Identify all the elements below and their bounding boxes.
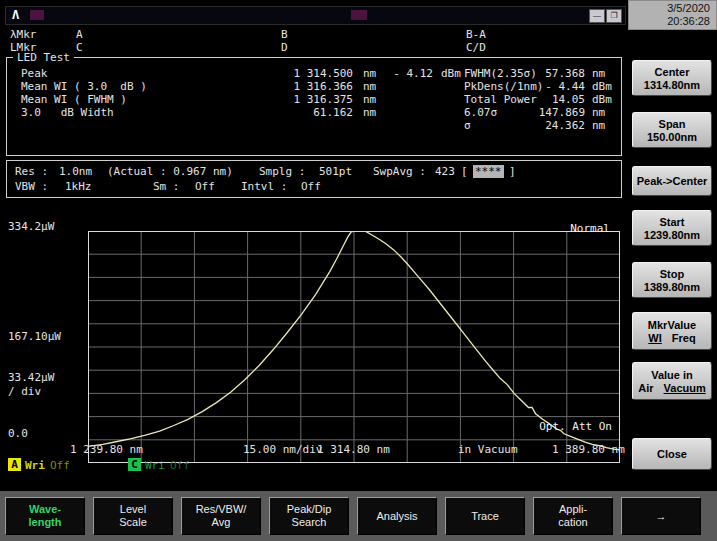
trace-c-state: Off xyxy=(170,459,190,472)
titlebar: Λ — ❐ xyxy=(5,6,626,25)
smooth-value: Off xyxy=(195,180,215,193)
sampling-value: 501pt xyxy=(319,165,352,178)
bracket: ] xyxy=(509,165,516,178)
softkey-label: Close xyxy=(633,448,711,460)
result-value: 1 316.375 xyxy=(247,93,353,106)
result-value: 147.869 xyxy=(499,106,585,119)
x-axis-label-medium: in Vacuum xyxy=(458,443,518,456)
fkey-label: Res/VBW/ xyxy=(196,503,247,516)
marker-a-label: A xyxy=(76,28,83,41)
fkey-label: Trace xyxy=(471,510,499,523)
sweep-average-value: 423 xyxy=(435,165,455,178)
datetime-display: 3/5/2020 20:36:28 xyxy=(628,0,717,30)
right-arrow-icon: → xyxy=(656,510,667,523)
softkey-label: Value in xyxy=(633,369,711,381)
softkey-label: Span xyxy=(633,118,711,130)
result-unit: nm xyxy=(592,119,605,132)
result-label: σ xyxy=(464,119,471,132)
wavelength-menu-button[interactable]: Wave- length xyxy=(5,497,85,535)
result-unit: dBm xyxy=(441,67,461,80)
value-in-option-air[interactable]: Air xyxy=(638,382,653,394)
wavelength-marker-label: λMkr xyxy=(10,28,37,41)
instrument-display: Λ — ❐ λMkr A B B-A LMkr C D C/D LED Test… xyxy=(0,0,628,490)
sweep-settings-box: Res : 1.0nm (Actual : 0.967 nm) Smplg : … xyxy=(6,160,622,198)
result-value: 61.162 xyxy=(247,106,353,119)
result-value: 1 316.366 xyxy=(247,80,353,93)
application-menu-button[interactable]: Appli- cation xyxy=(533,497,613,535)
center-button[interactable]: Center 1314.80nm xyxy=(632,60,712,96)
fkey-label: Appli- xyxy=(559,503,587,516)
marker-d-label: D xyxy=(281,41,288,54)
spectrum-plot-area: Normal Opt. Att On xyxy=(88,205,620,437)
close-button[interactable]: Close xyxy=(632,438,712,470)
res-value: 1.0nm xyxy=(59,165,92,178)
softkey-value: 1389.80nm xyxy=(633,281,711,293)
result-label: 6.07σ xyxy=(464,106,497,119)
result-unit: nm xyxy=(363,106,376,119)
trace-a-badge[interactable]: A xyxy=(8,458,21,471)
fkey-label: Analysis xyxy=(377,510,418,523)
optical-attenuator-status: Opt. Att On xyxy=(539,420,612,433)
res-label: Res : xyxy=(15,165,48,178)
more-menu-button[interactable]: → xyxy=(621,497,701,535)
marker-cd-label: C/D xyxy=(466,41,486,54)
result-label: Mean WI ( FWHM ) xyxy=(21,93,127,106)
fkey-label: Peak/Dip xyxy=(287,503,332,516)
peak-dip-search-menu-button[interactable]: Peak/Dip Search xyxy=(269,497,349,535)
result-label: Mean WI ( 3.0 dB ) xyxy=(21,80,147,93)
y-axis-label-per-div: 33.42μW xyxy=(8,371,54,384)
trace-c-write-mode: Wri xyxy=(145,459,165,472)
titlebar-accent xyxy=(30,10,44,20)
result-unit: dBm xyxy=(592,80,612,93)
fkey-label: cation xyxy=(558,516,587,529)
analysis-title: LED Test xyxy=(13,51,74,64)
trace-c-badge[interactable]: C xyxy=(128,458,141,471)
sweep-average-label: SwpAvg : xyxy=(373,165,426,178)
date-text: 3/5/2020 xyxy=(629,2,710,15)
result-value: 14.05 xyxy=(499,93,585,106)
y-axis-label-zero: 0.0 xyxy=(8,427,28,440)
level-scale-menu-button[interactable]: Level Scale xyxy=(93,497,173,535)
interval-value: Off xyxy=(301,180,321,193)
fkey-label: Avg xyxy=(212,516,231,529)
softkey-value: 150.00nm xyxy=(633,131,711,143)
result-unit: nm xyxy=(592,106,605,119)
vbw-value: 1kHz xyxy=(65,180,92,193)
x-axis-label-center: 1 314.80 nm xyxy=(317,443,390,456)
smooth-label: Sm : xyxy=(153,180,180,193)
marker-ba-label: B-A xyxy=(466,28,486,41)
result-unit: nm xyxy=(363,93,376,106)
result-value: - 4.44 xyxy=(499,80,585,93)
softkey-sidebar: Center 1314.80nm Span 150.00nm Peak->Cen… xyxy=(628,31,717,490)
marker-value-toggle[interactable]: MkrValue WI Freq xyxy=(632,312,712,350)
span-button[interactable]: Span 150.00nm xyxy=(632,112,712,148)
result-value: 24.362 xyxy=(499,119,585,132)
trace-menu-button[interactable]: Trace xyxy=(445,497,525,535)
result-label: Peak xyxy=(21,67,48,80)
x-axis-label-start: 1 239.80 nm xyxy=(70,443,143,456)
maximize-button[interactable]: ❐ xyxy=(606,9,622,23)
fkey-label: length xyxy=(29,516,62,529)
res-vbw-avg-menu-button[interactable]: Res/VBW/ Avg xyxy=(181,497,261,535)
softkey-label: Center xyxy=(633,66,711,78)
marker-c-label: C xyxy=(76,41,83,54)
value-in-toggle[interactable]: Value in Air Vacuum xyxy=(632,362,712,400)
start-button[interactable]: Start 1239.80nm xyxy=(632,210,712,246)
peak-to-center-button[interactable]: Peak->Center xyxy=(632,166,712,196)
softkey-label: Peak->Center xyxy=(633,175,711,187)
marker-value-option-wl[interactable]: WI xyxy=(648,332,661,344)
fkey-label: Search xyxy=(292,516,327,529)
y-axis-label-per-div-2: / div xyxy=(8,385,41,398)
stop-button[interactable]: Stop 1389.80nm xyxy=(632,262,712,298)
minimize-button[interactable]: — xyxy=(589,9,605,23)
result-unit: nm xyxy=(363,80,376,93)
value-in-option-vacuum[interactable]: Vacuum xyxy=(664,382,706,394)
x-axis-label-stop: 1 389.80 nm xyxy=(552,443,625,456)
marker-value-option-freq[interactable]: Freq xyxy=(672,332,696,344)
time-text: 20:36:28 xyxy=(629,15,710,28)
analysis-menu-button[interactable]: Analysis xyxy=(357,497,437,535)
softkey-label: Stop xyxy=(633,268,711,280)
result-unit: dBm xyxy=(592,93,612,106)
trace-mode-label: Normal xyxy=(570,222,610,235)
fkey-label: Level xyxy=(120,503,146,516)
